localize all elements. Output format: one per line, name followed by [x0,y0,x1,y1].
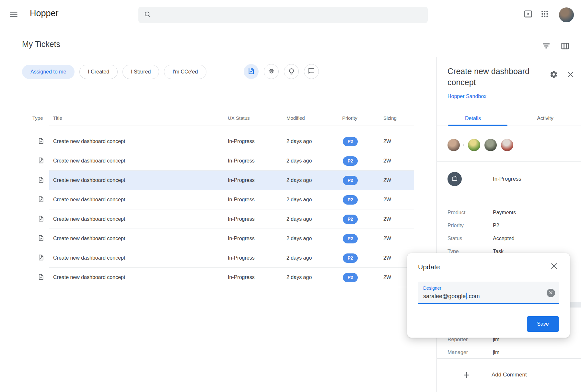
toggle-bugs-button[interactable] [264,64,279,79]
toggle-comments-button[interactable] [304,64,319,79]
ticket-sizing: 2W [383,177,414,183]
field-label: Product [447,210,493,216]
ticket-sizing: 2W [383,197,414,203]
priority-badge: P2 [343,195,358,205]
ticket-ux-status: In-Progress [228,255,286,261]
field-status: Status Accepted [447,232,577,245]
ticket-sizing: 2W [383,158,414,164]
ticket-modified: 2 days ago [286,236,342,241]
ticket-details-panel: Create new dashboard concept Hopper Sand… [436,57,581,392]
ticket-modified: 2 days ago [286,197,342,203]
ticket-title: Create new dashboard concept [51,236,228,241]
toggle-tasks-button[interactable] [244,64,259,79]
chip-i-starred[interactable]: I Starred [122,65,159,79]
columns-view-button[interactable] [560,41,571,52]
field-label: Status [447,236,493,241]
designer-field[interactable]: Designer saralee@google.com [418,282,559,304]
ticket-ux-status: In-Progress [228,139,286,144]
assignee-avatar[interactable] [484,139,497,151]
field-manager: Manager jim [447,346,577,359]
ticket-ux-status: In-Progress [228,274,286,280]
field-priority: Priority P2 [447,219,577,232]
designer-field-value[interactable]: saralee@google.com [423,293,480,300]
designer-field-label: Designer [423,286,441,291]
bug-icon [267,67,275,76]
toggle-ideas-button[interactable] [284,64,299,79]
table-row-selected[interactable]: Create new dashboard concept In-Progress… [32,171,414,190]
present-button[interactable] [522,9,534,20]
dialog-close-button[interactable] [549,262,559,272]
briefcase-icon [451,175,458,183]
top-app-bar: Hopper [0,0,581,29]
task-icon [38,235,44,243]
assignee-avatar[interactable] [447,139,460,151]
active-tab-indicator [448,125,507,126]
chip-i-created[interactable]: I Created [79,65,118,79]
add-comment-button[interactable]: Add Comment [437,358,581,391]
table-row[interactable]: Create new dashboard concept In-Progress… [32,248,414,268]
plus-icon [462,371,471,379]
task-icon [247,67,255,76]
ticket-modified: 2 days ago [286,139,342,144]
ticket-modified: 2 days ago [286,177,342,183]
priority-badge: P2 [343,137,358,146]
table-body: Create new dashboard concept In-Progress… [32,132,414,287]
clear-x-icon [549,290,553,296]
ticket-status: In-Progress [493,176,521,182]
menu-button[interactable] [8,9,19,21]
table-row[interactable]: Create new dashboard concept In-Progress… [32,209,414,229]
col-priority: Priority [342,115,383,121]
user-avatar[interactable] [559,7,574,22]
ticket-ux-status: In-Progress [228,216,286,222]
ticket-ux-status: In-Progress [228,236,286,241]
panel-divider [437,161,581,162]
panel-settings-button[interactable] [549,70,559,80]
dialog-title: Update [418,263,440,271]
apps-grid-button[interactable] [539,9,551,20]
ticket-title: Create new dashboard concept [51,274,228,280]
gear-icon [550,70,558,80]
assignee-avatar[interactable] [501,139,513,151]
table-row[interactable]: Create new dashboard concept In-Progress… [32,151,414,171]
status-circle [447,172,462,186]
assignee-avatar[interactable] [468,139,480,151]
assignee-avatars [447,139,513,151]
app-title: Hopper [30,8,59,18]
filter-chips: Assigned to me I Created I Starred I'm C… [22,65,206,79]
filter-icon [541,41,551,52]
panel-close-button[interactable] [566,70,575,80]
task-icon [38,138,44,146]
priority-badge: P2 [343,273,358,282]
search-input[interactable] [155,12,423,18]
col-ux-status: UX Status [228,115,286,121]
table-row[interactable]: Create new dashboard concept In-Progress… [32,268,414,287]
field-label: Manager [447,350,493,355]
save-button[interactable]: Save [527,316,559,332]
task-icon [38,157,44,165]
table-row[interactable]: Create new dashboard concept In-Progress… [32,132,414,151]
close-icon [566,70,575,80]
field-value: P2 [493,223,499,229]
chip-assigned-to-me[interactable]: Assigned to me [22,65,75,79]
lightbulb-icon [287,67,296,76]
ticket-title: Create new dashboard concept [51,139,228,144]
page-title: My Tickets [22,39,60,49]
ticket-modified: 2 days ago [286,255,342,261]
ticket-title: Create new dashboard concept [51,255,228,261]
tab-details[interactable]: Details [437,111,509,126]
chip-im-cced[interactable]: I'm CCe'ed [164,65,206,79]
ticket-modified: 2 days ago [286,158,342,164]
clear-field-button[interactable] [547,289,555,297]
tab-activity[interactable]: Activity [509,111,581,126]
filter-button[interactable] [541,41,552,52]
ticket-sizing: 2W [383,139,414,144]
table-row[interactable]: Create new dashboard concept In-Progress… [32,229,414,248]
task-icon [38,196,44,204]
panel-tabs: Details Activity [437,111,581,126]
view-columns-icon [560,41,570,52]
project-link[interactable]: Hopper Sandbox [447,94,486,99]
col-sizing: Sizing [383,115,414,121]
search-bar[interactable] [138,7,428,23]
table-row[interactable]: Create new dashboard concept In-Progress… [32,190,414,209]
hamburger-icon [9,10,18,20]
